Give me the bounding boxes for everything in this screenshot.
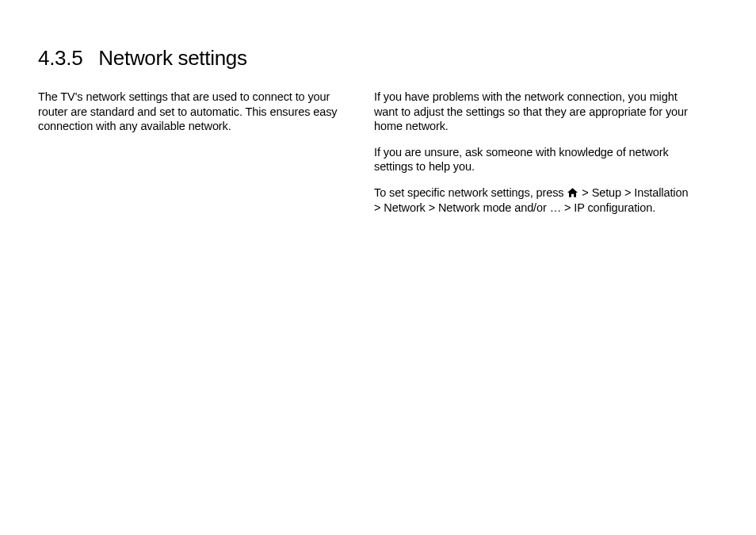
section-title: Network settings	[98, 46, 246, 70]
right-column: If you have problems with the network co…	[374, 90, 689, 227]
section-heading: 4.3.5Network settings	[38, 46, 718, 71]
section-number: 4.3.5	[38, 46, 82, 70]
left-column: The TV's network settings that are used …	[38, 90, 353, 227]
home-icon	[567, 186, 578, 201]
document-page: 4.3.5Network settings The TV's network s…	[0, 0, 756, 265]
paragraph: If you have problems with the network co…	[374, 90, 689, 134]
content-columns: The TV's network settings that are used …	[38, 90, 718, 227]
paragraph: If you are unsure, ask someone with know…	[374, 145, 689, 174]
paragraph-text: To set specific network settings, press	[374, 186, 567, 199]
paragraph: The TV's network settings that are used …	[38, 90, 353, 134]
paragraph: To set specific network settings, press …	[374, 185, 689, 216]
